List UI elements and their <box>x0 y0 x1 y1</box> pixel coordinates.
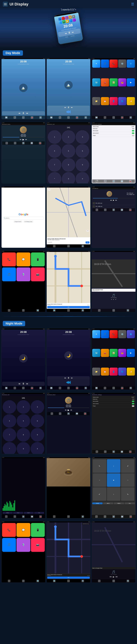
app-bt2[interactable]: 🔵 <box>118 97 126 105</box>
night-b-3[interactable]: 🎵 <box>22 387 24 389</box>
night-call-8[interactable]: 8 <box>17 428 30 442</box>
day-nav-1[interactable]: 🗺️ <box>53 309 56 312</box>
call-7[interactable]: 7 <box>48 158 61 172</box>
night-app-5[interactable]: 🔷 <box>127 330 135 338</box>
auto-connect-toggle[interactable] <box>132 132 134 134</box>
night-app-15[interactable]: 📶 <box>127 368 135 376</box>
day-auto-3[interactable]: 🚗 <box>121 116 124 119</box>
night-fd-1[interactable]: 📞 <box>53 515 56 518</box>
night-bs-5[interactable]: 🚗 <box>129 450 132 453</box>
bt-music-play[interactable]: ▶ <box>22 138 24 141</box>
night-ios-3[interactable]: 🗺️ <box>36 580 39 582</box>
nav-func-1[interactable]: HOME <box>92 502 102 504</box>
social-play[interactable]: ▶ <box>113 199 114 201</box>
nav-func-3[interactable]: MENU <box>114 502 124 504</box>
night-b3-5[interactable]: ⚙️ <box>130 387 132 389</box>
night-app-9[interactable]: 📻 <box>118 349 126 357</box>
day-prev-1[interactable]: ⏮ <box>18 112 20 114</box>
night-b2-2[interactable]: 📞 <box>59 387 61 389</box>
day-np-1[interactable]: 📞 <box>98 309 100 312</box>
nav-center[interactable]: ● <box>107 473 120 487</box>
day-map-1[interactable]: 📞 <box>53 245 56 247</box>
day-soc-3[interactable]: ⚙️ <box>112 208 115 211</box>
night-b3-1[interactable]: 📧 <box>95 387 98 389</box>
night-app-1[interactable]: ✈ <box>92 330 100 338</box>
ios-phone[interactable]: 📞 <box>2 252 16 266</box>
night-nav-go-btn[interactable]: GO <box>47 576 90 579</box>
call-2[interactable]: 2 <box>62 130 75 144</box>
day-ios-2[interactable]: 🎵 <box>22 309 24 312</box>
np-next[interactable]: ⏭ <box>115 299 116 300</box>
call-0[interactable]: 0 <box>62 172 75 184</box>
app-alarm[interactable]: ⏰ <box>101 97 109 105</box>
night-b-4[interactable]: 🚗 <box>31 387 33 389</box>
nav-tr[interactable]: ↗ <box>121 459 134 473</box>
night-np-3[interactable]: ⚙️ <box>127 580 129 582</box>
ios-music[interactable]: 🎵 <box>2 268 16 281</box>
day-soc-2[interactable]: 🎵 <box>104 208 106 211</box>
ios-messages[interactable]: 💬 <box>16 252 30 266</box>
day-set-1[interactable]: ⚙️ <box>39 116 42 119</box>
night-call-1[interactable]: 1 <box>3 400 16 414</box>
auto-answer-toggle[interactable] <box>132 130 134 132</box>
app-icon-web[interactable]: 🌐 <box>69 19 72 22</box>
day-set-2[interactable]: ⚙️ <box>84 116 87 119</box>
night-np-prev[interactable]: ⏮ <box>110 576 112 578</box>
day-soc-1[interactable]: 📞 <box>96 208 98 211</box>
call-9[interactable]: 9 <box>76 158 89 172</box>
night-power-toggle[interactable] <box>132 405 134 407</box>
night-np-next[interactable]: ⏭ <box>116 576 118 578</box>
nav-go-btn-2[interactable]: GO <box>47 306 90 308</box>
night-cp-4[interactable]: 📧 <box>121 515 124 518</box>
day-bt-s-3[interactable]: ⚙️ <box>112 180 115 182</box>
night-ios-wa[interactable]: 📱 <box>31 523 45 537</box>
app-wifi[interactable]: 📶 <box>127 97 135 105</box>
night-nv-3[interactable]: ⚙️ <box>82 580 84 582</box>
app-car[interactable]: 🚗 <box>101 78 109 86</box>
day-next-1[interactable]: ⏭ <box>26 112 28 114</box>
night-ios-2[interactable]: 🎵 <box>22 580 24 582</box>
hero-next-btn[interactable]: ⏭ <box>72 31 74 34</box>
night-b3-2[interactable]: 📞 <box>104 387 106 389</box>
night-music-play[interactable]: ▶ <box>68 409 69 412</box>
night-cp-1[interactable]: 📞 <box>95 515 98 518</box>
night-cp-2[interactable]: 🎵 <box>104 515 106 518</box>
app-settings2[interactable]: ⚙️ <box>118 60 126 68</box>
app-bt[interactable]: 🔷 <box>127 60 135 68</box>
ios-social[interactable]: 📷 <box>31 268 45 281</box>
night-ctrl-4[interactable]: VOL <box>34 512 44 514</box>
day-bt-s-1[interactable]: 📞 <box>96 180 98 182</box>
app-icon-bt[interactable]: 🔷 <box>59 21 62 24</box>
app-waze[interactable]: 🗺️ <box>92 78 100 86</box>
night-app-2[interactable]: 🎵 <box>101 330 109 338</box>
call-8[interactable]: 8 <box>62 158 75 172</box>
night-prev-2[interactable]: ⏮ <box>64 377 66 379</box>
night-ios-pod[interactable]: 🎙️ <box>16 538 30 552</box>
night-app-6[interactable]: 🗺️ <box>92 349 100 357</box>
day-bt-m-1[interactable]: 📞 <box>6 142 8 144</box>
call-star[interactable]: * <box>48 172 61 184</box>
night-b3-4[interactable]: 🚗 <box>121 387 124 389</box>
night-bm-3[interactable]: ⚙️ <box>67 412 70 415</box>
app-music2[interactable]: 🎵 <box>101 60 109 68</box>
day-set-3[interactable]: ⚙️ <box>130 116 132 119</box>
night-b-2[interactable]: 📞 <box>14 387 16 389</box>
day-bt-2[interactable]: 📧 <box>50 116 52 119</box>
night-cp-3[interactable]: ⚙️ <box>112 515 115 518</box>
call-5[interactable]: 5 <box>62 144 75 158</box>
call-3[interactable]: 3 <box>76 130 89 144</box>
night-b2-4[interactable]: 🚗 <box>76 387 78 389</box>
day-bt-s-5[interactable]: 🚗 <box>129 180 132 182</box>
day-phone-3[interactable]: 📞 <box>104 116 106 119</box>
app-icon-msg[interactable]: 💬 <box>66 20 69 23</box>
day-bt-1[interactable]: 📧 <box>5 116 8 119</box>
night-music-prev[interactable]: ⏮ <box>65 409 66 411</box>
day-phone-1[interactable]: 📞 <box>14 116 16 119</box>
night-call-9[interactable]: 9 <box>30 428 44 442</box>
night-play-1[interactable]: ⏸ <box>22 382 24 385</box>
nav-go-btn[interactable]: GO <box>86 242 90 244</box>
night-ios-music[interactable]: 🎵 <box>2 538 16 552</box>
day-phone-2[interactable]: 📞 <box>59 116 61 119</box>
night-app-8[interactable]: 🖼️ <box>110 349 118 357</box>
night-np-1[interactable]: 📞 <box>98 580 100 582</box>
